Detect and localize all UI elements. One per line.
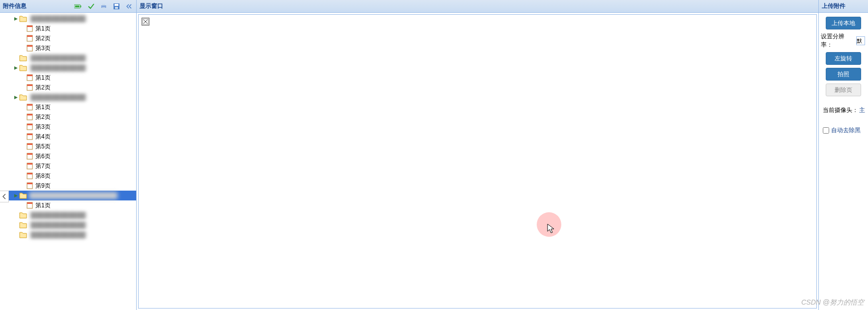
- right-panel-title: 上传附件: [822, 2, 845, 10]
- page-icon: [27, 182, 33, 189]
- page-node[interactable]: 第1页: [0, 24, 136, 33]
- folder-node[interactable]: █████████████: [0, 230, 136, 240]
- folder-node[interactable]: █████████████: [0, 14, 136, 24]
- folder-node[interactable]: █████████████: [0, 220, 136, 230]
- folder-label-redacted: █████████████: [29, 94, 87, 101]
- svg-rect-12: [27, 35, 32, 37]
- page-node[interactable]: 第2页: [0, 83, 136, 92]
- page-node[interactable]: 第1页: [0, 200, 136, 210]
- svg-rect-7: [115, 4, 118, 6]
- page-label: 第3页: [35, 44, 51, 53]
- svg-rect-24: [27, 124, 32, 125]
- expand-icon[interactable]: [14, 17, 18, 21]
- folder-node[interactable]: [0, 191, 136, 200]
- attachment-tree[interactable]: █████████████第1页第2页第3页██████████████████…: [0, 13, 136, 310]
- page-icon: [27, 113, 33, 120]
- svg-rect-32: [27, 163, 32, 165]
- page-node[interactable]: 第5页: [0, 141, 136, 151]
- expand-icon[interactable]: [14, 66, 18, 70]
- svg-rect-30: [27, 153, 32, 155]
- svg-rect-26: [27, 134, 32, 135]
- folder-node[interactable]: █████████████: [0, 92, 136, 102]
- check-icon[interactable]: [87, 2, 95, 10]
- page-label: 第4页: [35, 133, 51, 141]
- battery-icon[interactable]: [74, 2, 82, 10]
- svg-rect-8: [115, 7, 118, 9]
- page-node[interactable]: 第3页: [0, 122, 136, 132]
- page-node[interactable]: 第4页: [0, 132, 136, 141]
- collapse-icon[interactable]: [125, 2, 133, 10]
- folder-icon: [19, 192, 27, 199]
- folder-icon: [19, 212, 27, 219]
- page-icon: [27, 104, 33, 111]
- folder-label-redacted: [29, 192, 117, 199]
- page-node[interactable]: 第9页: [0, 181, 136, 191]
- broken-image-icon: [142, 18, 149, 26]
- page-label: 第1页: [35, 103, 51, 112]
- page-label: 第2页: [35, 34, 51, 43]
- page-label: 第2页: [35, 113, 51, 121]
- display-panel: 显示窗口: [137, 0, 819, 310]
- auto-remove-black-checkbox[interactable]: [823, 127, 829, 134]
- page-node[interactable]: 第1页: [0, 102, 136, 112]
- folder-node[interactable]: █████████████: [0, 210, 136, 220]
- resolution-row: 设置分辨率：: [821, 32, 866, 49]
- expand-icon[interactable]: [14, 194, 18, 198]
- svg-rect-36: [27, 183, 32, 184]
- upload-local-button[interactable]: 上传本地: [826, 17, 861, 29]
- page-node[interactable]: 第2页: [0, 33, 136, 43]
- svg-rect-20: [27, 104, 32, 106]
- left-panel-title: 附件信息: [3, 2, 27, 10]
- folder-label-redacted: █████████████: [29, 222, 87, 228]
- camera-value: 主: [859, 106, 865, 114]
- folder-icon: [19, 55, 27, 61]
- svg-rect-5: [102, 7, 105, 9]
- image-viewer[interactable]: [138, 14, 817, 309]
- resolution-input[interactable]: [856, 36, 865, 45]
- folder-icon: [19, 15, 27, 22]
- left-panel-header: 附件信息: [0, 0, 136, 13]
- collapse-left-handle[interactable]: [0, 191, 9, 202]
- page-label: 第7页: [35, 162, 51, 170]
- svg-rect-4: [102, 4, 105, 5]
- rotate-left-button[interactable]: 左旋转: [826, 52, 861, 65]
- svg-rect-14: [27, 45, 32, 47]
- capture-button[interactable]: 拍照: [826, 68, 861, 81]
- page-icon: [27, 163, 33, 169]
- page-node[interactable]: 第6页: [0, 151, 136, 161]
- folder-node[interactable]: █████████████: [0, 53, 136, 63]
- page-icon: [27, 84, 33, 91]
- folder-node[interactable]: █████████████: [0, 63, 136, 73]
- page-node[interactable]: 第3页: [0, 43, 136, 53]
- page-label: 第5页: [35, 142, 51, 151]
- page-label: 第6页: [35, 152, 51, 161]
- folder-label-redacted: █████████████: [29, 15, 87, 22]
- print-icon[interactable]: [100, 2, 108, 10]
- page-icon: [27, 133, 33, 140]
- page-label: 第8页: [35, 172, 51, 180]
- page-node[interactable]: 第8页: [0, 171, 136, 181]
- page-node[interactable]: 第7页: [0, 161, 136, 171]
- page-label: 第3页: [35, 123, 51, 131]
- page-icon: [27, 202, 33, 209]
- page-label: 第1页: [35, 74, 51, 82]
- page-icon: [27, 153, 33, 160]
- auto-remove-black-label: 自动去除黑: [831, 126, 861, 135]
- page-node[interactable]: 第1页: [0, 73, 136, 83]
- svg-rect-34: [27, 173, 32, 174]
- attachment-info-panel: 附件信息 █████████████第1页第2页第3页█████████████…: [0, 0, 137, 310]
- page-node[interactable]: 第2页: [0, 112, 136, 122]
- folder-icon: [19, 94, 27, 101]
- right-panel-header: 上传附件: [819, 0, 868, 13]
- page-icon: [27, 35, 33, 42]
- page-label: 第1页: [35, 25, 51, 33]
- svg-rect-18: [27, 85, 32, 86]
- svg-rect-22: [27, 114, 32, 115]
- auto-remove-black-row[interactable]: 自动去除黑: [821, 126, 866, 135]
- delete-page-button: 删除页: [826, 84, 861, 96]
- expand-icon[interactable]: [14, 95, 18, 100]
- save-icon[interactable]: [113, 2, 120, 10]
- page-label: 第1页: [35, 201, 51, 210]
- page-label: 第9页: [35, 182, 51, 190]
- folder-label-redacted: █████████████: [29, 64, 87, 71]
